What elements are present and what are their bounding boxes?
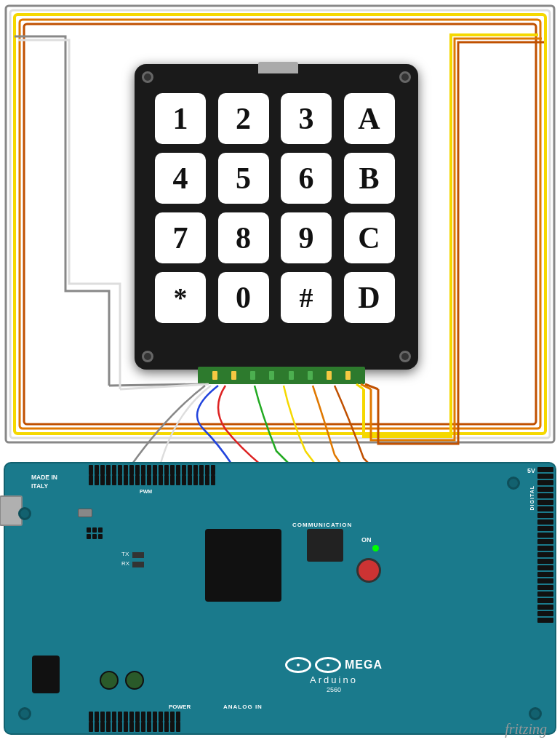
digital-pin-headers <box>537 467 553 623</box>
mount-hole-tl <box>142 71 153 83</box>
bottom-pin-headers <box>89 722 180 732</box>
arduino-mount-hole-br <box>529 707 542 720</box>
connector-pin-5 <box>289 371 294 380</box>
fritzing-watermark: fritzing <box>505 721 547 738</box>
atmega-chip <box>205 529 281 602</box>
key-C[interactable]: C <box>344 212 395 263</box>
pin-header-top-row <box>89 465 215 475</box>
key-7[interactable]: 7 <box>155 212 206 263</box>
key-8[interactable]: 8 <box>218 212 269 263</box>
analog-in-label: ANALOG IN <box>223 704 263 710</box>
tx-led <box>132 552 144 558</box>
key-9[interactable]: 9 <box>281 212 332 263</box>
crystal-component <box>78 509 92 517</box>
mega-2560-label: 2560 <box>327 686 341 693</box>
arduino-board: MADE IN ITALY <box>4 462 556 735</box>
keypad-connector-strip <box>198 367 365 384</box>
arduino-mount-hole-tl <box>18 507 31 520</box>
mount-hole-br <box>399 351 411 362</box>
arduino-name: Arduino <box>310 674 358 685</box>
key-5[interactable]: 5 <box>218 153 269 204</box>
key-2[interactable]: 2 <box>218 93 269 144</box>
connector-pin-4 <box>269 371 274 380</box>
key-1[interactable]: 1 <box>155 93 206 144</box>
keypad-top-connector <box>258 62 298 73</box>
key-B[interactable]: B <box>344 153 395 204</box>
arduino-mount-hole-bl <box>18 707 31 720</box>
digital-label: DIGITAL <box>529 485 535 510</box>
connector-pin-3 <box>250 371 255 380</box>
connector-pin-8 <box>345 371 351 380</box>
communication-label: COMMUNICATION <box>292 522 352 528</box>
small-chip <box>307 529 343 562</box>
key-6[interactable]: 6 <box>281 153 332 204</box>
connector-pin-1 <box>212 371 217 380</box>
connector-pin-7 <box>327 371 332 380</box>
key-0[interactable]: 0 <box>218 272 269 323</box>
power-led <box>372 545 379 551</box>
key-hash[interactable]: # <box>281 272 332 323</box>
made-in-italy-label: MADE IN ITALY <box>31 474 57 491</box>
tx-label: TX RX <box>121 551 129 567</box>
key-3[interactable]: 3 <box>281 93 332 144</box>
capacitor-2 <box>125 671 144 690</box>
power-label: POWER <box>169 704 191 710</box>
capacitor-1 <box>100 671 119 690</box>
arduino-mount-hole-tr <box>507 477 520 490</box>
5v-label: 5V <box>527 467 535 474</box>
key-star[interactable]: * <box>155 272 206 323</box>
mount-hole-tr <box>399 71 411 83</box>
power-jack[interactable] <box>32 656 60 693</box>
on-label: ON <box>361 536 372 543</box>
pwm-label: PWM <box>140 489 152 494</box>
keypad-pcb: 1 2 3 A 4 5 6 B 7 8 9 C * 0 # D <box>135 64 418 370</box>
connector-pin-6 <box>308 371 313 380</box>
key-D[interactable]: D <box>344 272 395 323</box>
arduino-logo-area: MEGA Arduino 2560 <box>285 657 383 693</box>
rx-led <box>132 562 144 567</box>
analog-pin-headers <box>89 712 180 722</box>
mega-label: MEGA <box>345 658 383 672</box>
key-A[interactable]: A <box>344 93 395 144</box>
arduino-circle-left <box>285 657 311 673</box>
connector-pin-2 <box>231 371 236 380</box>
pin-header-top-row2 <box>89 475 215 485</box>
small-pin-group <box>87 527 103 541</box>
reset-button[interactable] <box>356 558 381 583</box>
arduino-circle-right <box>315 657 341 673</box>
keypad-grid: 1 2 3 A 4 5 6 B 7 8 9 C * 0 # D <box>135 71 418 345</box>
key-4[interactable]: 4 <box>155 153 206 204</box>
mount-hole-bl <box>142 351 153 362</box>
